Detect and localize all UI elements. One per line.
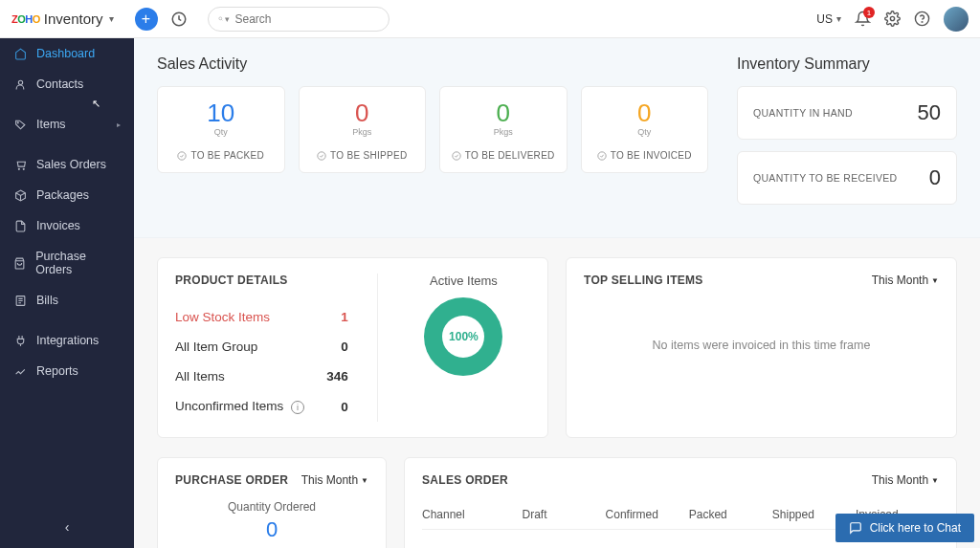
sidebar-item-label: Bills xyxy=(36,294,58,307)
plug-icon xyxy=(13,335,27,347)
period-selector[interactable]: This Month▼ xyxy=(872,274,939,287)
sidebar-item-label: Sales Orders xyxy=(36,158,106,171)
topbar-right: US▾ 1 xyxy=(816,7,969,32)
panel-title: TOP SELLING ITEMS xyxy=(584,274,703,287)
all-items-row[interactable]: All Items 346 xyxy=(175,362,348,391)
chevron-right-icon: ▸ xyxy=(117,121,121,129)
activity-card-to-be-delivered[interactable]: 0 Pkgs TO BE DELIVERED xyxy=(439,86,568,173)
settings-button[interactable] xyxy=(884,11,901,27)
quick-create-button[interactable]: + xyxy=(135,8,158,31)
period-selector[interactable]: This Month▼ xyxy=(872,473,939,487)
svg-point-12 xyxy=(453,151,460,159)
caret-down-icon: ▼ xyxy=(931,476,939,485)
notifications-button[interactable]: 1 xyxy=(855,11,871,27)
chart-icon xyxy=(13,365,27,378)
search-box[interactable]: ▾ xyxy=(208,7,390,32)
cart-icon xyxy=(13,159,27,171)
active-items-donut: 100% xyxy=(424,297,502,376)
zoho-logo: ZOHO xyxy=(11,13,40,25)
sales-activity-title: Sales Activity xyxy=(157,55,708,73)
sidebar-item-integrations[interactable]: Integrations xyxy=(0,325,134,356)
sidebar-item-invoices[interactable]: Invoices xyxy=(0,210,134,241)
activity-value: 0 xyxy=(307,100,418,125)
notification-badge: 1 xyxy=(863,7,875,18)
svg-point-7 xyxy=(18,168,19,169)
avatar[interactable] xyxy=(944,7,969,32)
sidebar-item-purchase-orders[interactable]: Purchase Orders xyxy=(0,241,134,285)
chevron-down-icon: ▾ xyxy=(109,13,114,24)
app-switcher[interactable]: ZOHO Inventory ▾ xyxy=(11,11,114,27)
app-name: Inventory xyxy=(44,11,103,27)
purchase-order-panel: PURCHASE ORDER This Month▼ Quantity Orde… xyxy=(157,457,387,548)
svg-point-6 xyxy=(17,121,18,122)
activity-unit: Qty xyxy=(166,127,277,137)
sidebar-item-label: Items xyxy=(36,118,66,131)
help-button[interactable] xyxy=(914,11,930,27)
svg-point-11 xyxy=(318,151,325,159)
sidebar-item-label: Dashboard xyxy=(36,47,95,60)
chevron-down-icon: ▾ xyxy=(836,13,841,24)
caret-down-icon: ▼ xyxy=(931,276,939,285)
low-stock-row[interactable]: Low Stock Items 1 xyxy=(175,302,348,332)
home-icon xyxy=(13,48,27,60)
empty-state: No items were invoiced in this time fram… xyxy=(584,300,939,390)
bag-icon xyxy=(13,257,26,270)
hero-section: Sales Activity 10 Qty TO BE PACKED 0 Pkg… xyxy=(134,38,980,238)
main-content: Sales Activity 10 Qty TO BE PACKED 0 Pkg… xyxy=(134,38,980,548)
user-icon xyxy=(13,78,27,91)
sidebar-item-label: Invoices xyxy=(36,219,80,232)
sidebar-item-contacts[interactable]: Contacts xyxy=(0,69,134,99)
item-group-row[interactable]: All Item Group 0 xyxy=(175,332,348,362)
sidebar-item-bills[interactable]: Bills xyxy=(0,285,134,316)
sidebar-item-label: Packages xyxy=(36,188,89,202)
panel-title: SALES ORDER xyxy=(422,473,508,487)
col-confirmed: Confirmed xyxy=(606,508,689,521)
svg-point-5 xyxy=(18,80,22,84)
sidebar-item-reports[interactable]: Reports xyxy=(0,356,134,386)
recent-history-button[interactable] xyxy=(167,8,190,31)
svg-point-10 xyxy=(178,151,186,159)
chat-icon xyxy=(849,521,862,535)
sidebar-item-label: Purchase Orders xyxy=(35,250,121,276)
chat-button[interactable]: Click here to Chat xyxy=(835,514,974,542)
top-selling-panel: TOP SELLING ITEMS This Month▼ No items w… xyxy=(566,257,957,438)
package-icon xyxy=(13,189,27,202)
tag-icon xyxy=(13,119,27,131)
region-selector[interactable]: US▾ xyxy=(816,12,841,26)
unconfirmed-items-row[interactable]: Unconfirmed Items i 0 xyxy=(175,391,348,422)
chevron-down-icon: ▾ xyxy=(225,14,230,24)
caret-down-icon: ▼ xyxy=(361,476,368,485)
active-items-title: Active Items xyxy=(430,274,498,288)
activity-card-to-be-invoiced[interactable]: 0 Qty TO BE INVOICED xyxy=(581,86,709,173)
activity-value: 0 xyxy=(590,100,701,125)
receipt-icon xyxy=(13,295,27,307)
col-packed: Packed xyxy=(689,508,772,521)
activity-card-to-be-packed[interactable]: 10 Qty TO BE PACKED xyxy=(157,86,285,173)
search-input[interactable] xyxy=(235,12,379,26)
col-draft: Draft xyxy=(523,508,606,521)
activity-card-to-be-shipped[interactable]: 0 Pkgs TO BE SHIPPED xyxy=(299,86,427,173)
sidebar: Dashboard Contacts Items ▸ Sales Orders … xyxy=(0,38,134,548)
qty-ordered-label: Quantity Ordered xyxy=(175,500,368,514)
period-selector[interactable]: This Month▼ xyxy=(301,473,368,487)
panel-title: PRODUCT DETAILS xyxy=(175,274,348,287)
sidebar-item-label: Integrations xyxy=(36,334,99,347)
panel-title: PURCHASE ORDER xyxy=(175,473,288,487)
sidebar-item-items[interactable]: Items ▸ xyxy=(0,109,134,140)
topbar: ZOHO Inventory ▾ + ▾ US▾ 1 xyxy=(0,0,980,38)
inventory-qty-in-hand: QUANTITY IN HAND 50 xyxy=(737,86,957,140)
sidebar-item-dashboard[interactable]: Dashboard xyxy=(0,38,134,69)
sidebar-item-label: Reports xyxy=(36,364,78,378)
check-circle-icon xyxy=(177,151,187,161)
check-circle-icon xyxy=(597,151,607,161)
activity-value: 10 xyxy=(166,100,277,125)
sidebar-item-packages[interactable]: Packages xyxy=(0,180,134,210)
inventory-summary-title: Inventory Summary xyxy=(737,55,957,73)
sidebar-collapse-button[interactable]: ‹ xyxy=(0,514,134,540)
svg-point-1 xyxy=(218,17,221,20)
info-icon[interactable]: i xyxy=(291,401,304,414)
check-circle-icon xyxy=(452,151,461,161)
svg-point-13 xyxy=(598,151,606,159)
sidebar-item-sales-orders[interactable]: Sales Orders xyxy=(0,149,134,180)
sales-activity-cards: 10 Qty TO BE PACKED 0 Pkgs TO BE SHIPPED… xyxy=(157,86,708,173)
